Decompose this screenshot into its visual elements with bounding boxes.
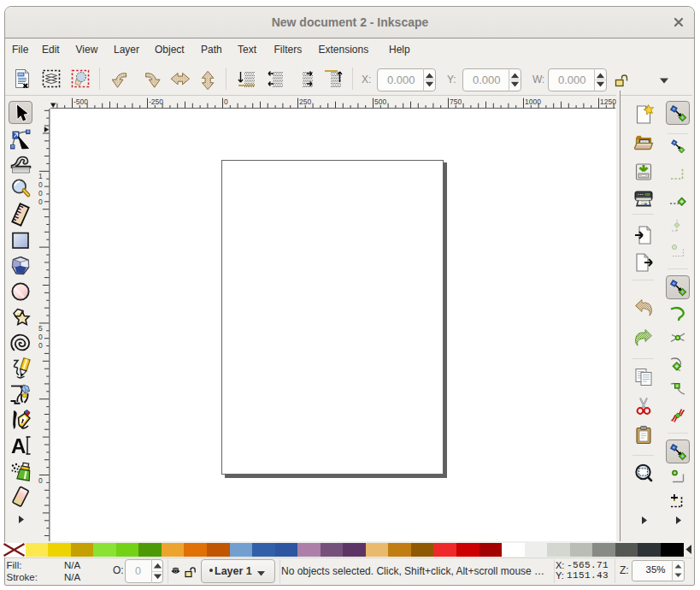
svg-text:0: 0 [224, 97, 228, 106]
svg-text:5: 5 [38, 324, 43, 333]
svg-text:0: 0 [38, 180, 43, 189]
svg-text:0: 0 [38, 189, 43, 198]
svg-text:500: 500 [374, 97, 386, 106]
svg-text:-500: -500 [74, 97, 88, 106]
svg-text:0: 0 [38, 333, 43, 341]
svg-text:0: 0 [38, 476, 43, 485]
svg-text:0: 0 [38, 341, 43, 350]
svg-text:750: 750 [450, 97, 462, 106]
svg-text:0: 0 [38, 198, 43, 206]
svg-text:-250: -250 [149, 97, 163, 106]
svg-text:250: 250 [299, 97, 311, 106]
svg-text:A: A [11, 434, 26, 457]
svg-text:1: 1 [38, 172, 43, 180]
